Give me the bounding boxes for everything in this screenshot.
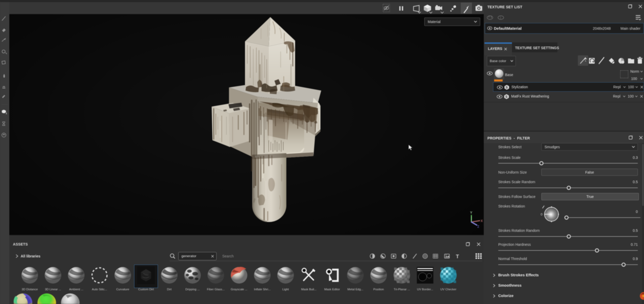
svg-text:Y: Y <box>470 211 472 214</box>
svg-text:X: X <box>481 219 483 223</box>
svg-text:1: 1 <box>6 112 7 115</box>
svg-text:Z: Z <box>477 225 479 228</box>
svg-text:T: T <box>456 254 459 259</box>
svg-text:1: 1 <box>500 16 501 19</box>
svg-text:0: 0 <box>541 212 542 216</box>
svg-text:S: S <box>505 95 508 99</box>
svg-text:S: S <box>506 86 508 89</box>
